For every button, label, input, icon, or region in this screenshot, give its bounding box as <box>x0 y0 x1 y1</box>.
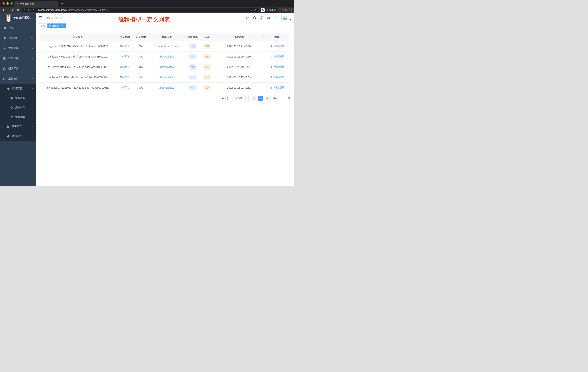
sidebar-collapse-icon[interactable] <box>39 16 42 20</box>
home-icon[interactable] <box>16 8 20 12</box>
caret-down-icon[interactable] <box>289 19 291 20</box>
monitor-icon <box>3 57 6 60</box>
browser-update-button[interactable]: 更新 ⋮ <box>280 8 292 12</box>
address-bar[interactable]: 不安全 dashboard.yudao.iocoder.cn/bpm/manag… <box>21 8 259 12</box>
pagination-total: 共 5 条 <box>222 97 229 100</box>
back-icon[interactable] <box>1 8 6 12</box>
col-header-definition-category: 定义分类 <box>133 33 148 41</box>
breadcrumb-home[interactable]: 首页 <box>45 16 51 20</box>
tag-close-icon[interactable]: × <box>62 25 64 27</box>
sidebar-item-dev-tools[interactable]: 研发工具 <box>0 64 36 74</box>
cell-definition-id: oa_leave:5:004b710b-7b8a-11ec-8ef0-acde4… <box>40 41 116 51</box>
sidebar-item-payment[interactable]: ¥ 支付管理 <box>0 43 36 53</box>
definition-name-link[interactable]: OA 请假 <box>120 76 129 79</box>
sidebar-item-home[interactable]: 首页 <box>0 23 36 33</box>
form-link[interactable]: /bpm/oa/flow <box>159 86 174 89</box>
chevron-down-icon <box>244 98 246 99</box>
reload-icon[interactable] <box>11 8 16 12</box>
tab-title: 芋道管理系统 <box>20 2 52 6</box>
incognito-label: 无痕模式 <box>267 8 276 12</box>
status-badge: 挂起 <box>203 54 211 59</box>
sidebar-item-process-management[interactable]: 流程管理 <box>0 84 36 93</box>
chevron-up-icon <box>31 88 33 89</box>
sidebar-item-label: 研发工具 <box>8 67 29 70</box>
sidebar-item-label: 流程表单 <box>15 97 33 100</box>
browser-tab[interactable]: 芋道管理系统 × <box>14 1 58 7</box>
sidebar-item-workflow[interactable]: 工作流程 <box>0 74 36 84</box>
avatar[interactable] <box>282 15 288 21</box>
active-dot-icon <box>49 25 51 27</box>
form-link[interactable]: /bpm/oa/leave/create <box>155 45 179 48</box>
form-link[interactable]: /bpm/oa/flow <box>159 55 174 58</box>
goto-page-input[interactable]: 1 <box>279 96 286 101</box>
window-zoom-button[interactable] <box>10 2 13 5</box>
table-row: oa_leave:3:1fad3d93-7b75-11ec-a3c8-acde4… <box>40 62 290 72</box>
breadcrumb-current: 流程定义 <box>54 16 65 20</box>
sidebar-item-task-management[interactable]: 任务管理 <box>0 122 36 131</box>
tab-close-icon[interactable]: × <box>53 2 56 5</box>
assign-rule-link[interactable]: 分配规则 <box>270 55 284 58</box>
incognito-icon <box>261 8 265 12</box>
tag-label: 首页 <box>40 24 45 27</box>
col-header-form-info: 表单信息 <box>148 33 185 41</box>
person-icon <box>270 87 273 89</box>
col-header-definition-id: 定义编号 <box>40 33 116 41</box>
search-icon[interactable] <box>246 16 249 20</box>
form-link[interactable]: /bpm/oa/flow <box>159 66 174 68</box>
screen: 芋道管理系统 × + 不安全 dashboard.yudao.iocoder.c… <box>0 0 294 186</box>
sidebar-item-infrastructure[interactable]: 基础设施 <box>0 53 36 64</box>
goto-label: 前往 <box>273 97 278 100</box>
next-page-button[interactable] <box>264 96 270 101</box>
tag-home[interactable]: 首页 <box>39 23 46 28</box>
forward-icon[interactable] <box>6 8 11 12</box>
current-page-button[interactable]: 1 <box>258 96 263 101</box>
bookmark-star-icon[interactable] <box>254 9 257 12</box>
version-badge: v1 <box>189 85 196 90</box>
assign-rule-link[interactable]: 分配规则 <box>270 86 284 89</box>
font-size-icon[interactable]: tT <box>274 16 278 20</box>
tag-process-definition[interactable]: 流程定义 × <box>47 23 66 28</box>
assign-rule-link[interactable]: 分配规则 <box>270 65 284 68</box>
window-minimize-button[interactable] <box>7 2 9 5</box>
cell-deploy-time: 2022-01-16 17:46:53 <box>214 72 264 82</box>
yen-icon: ¥ <box>3 47 6 50</box>
person-icon <box>270 76 273 78</box>
table-row: oa_leave:2:3c1f0ef1-76b1-11ec-9c66-a2380… <box>40 72 290 82</box>
table-row: oa_leave:4:991f2193-7b7f-11ec-a3c8-acde4… <box>40 51 290 62</box>
col-header-process-version: 流程版本 <box>185 33 200 41</box>
definition-name-link[interactable]: OA 请假 <box>120 55 129 58</box>
sidebar-logo: 芋道管理系统 <box>0 13 36 23</box>
assign-rule-link[interactable]: 分配规则 <box>270 44 284 48</box>
sidebar-menu: 首页 系统管理 ¥ 支付管理 <box>0 23 36 141</box>
app-title: 芋道管理系统 <box>13 16 30 20</box>
new-tab-button[interactable]: + <box>60 2 64 6</box>
status-badge: 激活 <box>203 44 211 49</box>
window-close-button[interactable] <box>2 2 5 5</box>
sidebar-item-system[interactable]: 系统管理 <box>0 33 36 43</box>
definition-name-link[interactable]: OA 请假 <box>120 86 129 89</box>
fullscreen-icon[interactable] <box>267 16 271 20</box>
sidebar-item-user-group[interactable]: 用户分组 <box>0 103 36 112</box>
page-size-select[interactable]: 10条/页 <box>232 96 249 101</box>
annotation-title: 流程模型 - 定义列表 <box>118 16 170 23</box>
sidebar-item-process-form[interactable]: 流程表单 <box>0 93 36 103</box>
github-icon[interactable] <box>253 16 256 20</box>
person-icon <box>270 45 273 47</box>
sidebar-item-process-model[interactable]: 流程模型 <box>0 112 36 122</box>
definition-name-link[interactable]: OA 请假 <box>120 65 129 68</box>
definition-name-link[interactable]: OA 请假 <box>120 44 129 47</box>
assign-rule-link[interactable]: 分配规则 <box>270 76 284 79</box>
page-unit-label: 页 <box>288 97 290 100</box>
browser-menu-kebab-icon[interactable]: ⋮ <box>288 9 291 11</box>
sidebar-item-label: 首页 <box>8 26 33 30</box>
definition-table: 定义编号 定义名称 定义分类 表单信息 流程版本 状态 部署时间 操作 oa_l <box>40 33 290 93</box>
sidebar-item-leave-query[interactable]: 请假查询 <box>0 131 36 141</box>
sidebar-item-label: 任务管理 <box>12 125 29 128</box>
prev-page-button[interactable] <box>252 96 257 101</box>
password-key-icon[interactable] <box>249 8 252 12</box>
form-link[interactable]: /bpm/oa/flow <box>159 76 174 79</box>
tree-icon <box>7 125 10 128</box>
chevron-down-icon <box>31 68 33 69</box>
url-host: dashboard.yudao.iocoder.cn <box>38 9 67 11</box>
help-icon[interactable]: ? <box>260 16 263 20</box>
